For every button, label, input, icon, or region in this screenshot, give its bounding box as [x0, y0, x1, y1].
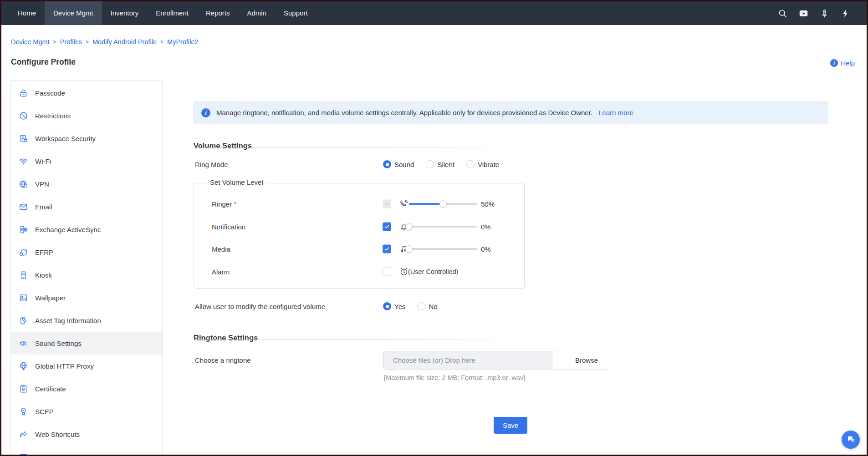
- file-hint: [Maximum file size: 2 MB; Format: .mp3 o…: [384, 374, 525, 381]
- restrictions-icon: [19, 111, 28, 121]
- nav-tab-device-mgmt[interactable]: Device Mgmt: [45, 1, 102, 25]
- sidebar-item-label: VPN: [35, 180, 49, 188]
- nav-tab-label: Inventory: [111, 9, 139, 17]
- breadcrumb-link-device-mgmt[interactable]: Device Mgmt: [11, 38, 50, 46]
- sound-settings-panel: Manage ringtone, notification, and media…: [163, 65, 867, 444]
- breadcrumb-separator: >: [53, 39, 56, 45]
- slider-handle[interactable]: [439, 200, 447, 208]
- exchange-activesync-icon: [19, 225, 28, 234]
- choose-ringtone-label: Choose a ringtone: [195, 356, 251, 364]
- checkbox-media[interactable]: [383, 245, 391, 253]
- email-icon: [19, 202, 28, 212]
- volume-slider-notification[interactable]: [409, 226, 477, 228]
- sidebar-item-passcode[interactable]: Passcode: [11, 81, 162, 104]
- sidebar-item-label: Certificate: [35, 385, 66, 393]
- kiosk-icon: [19, 270, 28, 280]
- checkbox-alarm[interactable]: [383, 268, 391, 276]
- nav-tab-admin[interactable]: Admin: [238, 1, 275, 25]
- ring-mode-radio-sound[interactable]: [383, 160, 391, 168]
- slider-handle[interactable]: [405, 223, 413, 230]
- volume-slider-media[interactable]: [409, 248, 477, 250]
- section-divider: [194, 147, 522, 147]
- alarm-icon: [399, 267, 409, 277]
- nav-tab-inventory[interactable]: Inventory: [102, 1, 148, 25]
- checkbox-notification[interactable]: [383, 223, 391, 231]
- breadcrumb: Device Mgmt>Profiles>Modify Android Prof…: [11, 38, 199, 46]
- learn-more-link[interactable]: Learn more: [598, 109, 633, 117]
- sidebar-item-label: Global HTTP Proxy: [35, 362, 94, 370]
- efrp-icon: [19, 248, 28, 257]
- volume-row-notification: Notification0%: [194, 218, 524, 235]
- radio-label: Vibrate: [478, 161, 499, 168]
- web-content-filter-icon: [19, 452, 28, 456]
- browse-button[interactable]: Browse: [552, 351, 609, 370]
- info-circle-icon: [201, 108, 210, 117]
- sidebar-item-restrictions[interactable]: Restrictions: [11, 104, 162, 127]
- sidebar-item-workspace-security[interactable]: Workspace Security: [11, 127, 162, 150]
- search-icon[interactable]: [778, 9, 787, 18]
- nav-tab-home[interactable]: Home: [9, 1, 45, 25]
- vpn-icon: [19, 179, 28, 189]
- video-icon[interactable]: [799, 9, 808, 18]
- lightning-icon[interactable]: [841, 9, 850, 18]
- nav-tab-enrollment[interactable]: Enrollment: [147, 1, 197, 25]
- sidebar-item-label: Kiosk: [35, 271, 52, 279]
- slider-handle[interactable]: [405, 245, 413, 253]
- volume-row-label: Ringer*: [212, 200, 236, 208]
- nav-tabs: HomeDevice MgmtInventoryEnrollmentReport…: [9, 1, 317, 25]
- volume-settings-heading: Volume Settings: [194, 142, 252, 150]
- sidebar-item-sound-settings[interactable]: Sound Settings: [11, 332, 162, 355]
- nav-tab-label: Home: [18, 9, 36, 17]
- ring-mode-option-vibrate[interactable]: Vibrate: [466, 160, 499, 168]
- sidebar-item-vpn[interactable]: VPN: [11, 172, 162, 195]
- checkbox-ringer: [383, 200, 391, 208]
- sidebar-item-global-http-proxy[interactable]: Global HTTP Proxy: [11, 355, 162, 377]
- ring-mode-radio-silent[interactable]: [426, 160, 434, 168]
- sidebar-item-web-content-filter[interactable]: Web Content Filter: [11, 446, 162, 456]
- sidebar-item-certificate[interactable]: Certificate: [11, 377, 162, 400]
- sidebar-item-label: Sound Settings: [35, 339, 82, 347]
- sidebar-item-efrp[interactable]: EFRP: [11, 241, 162, 263]
- breadcrumb-link-modify-android-profile[interactable]: Modify Android Profile: [92, 38, 157, 46]
- sidebar-item-email[interactable]: Email: [11, 195, 162, 218]
- sidebar-item-wi-fi[interactable]: Wi-Fi: [11, 150, 162, 172]
- chat-support-button[interactable]: [842, 431, 860, 449]
- sidebar-item-exchange-activesync[interactable]: Exchange ActiveSync: [11, 218, 162, 241]
- ring-mode-radio-vibrate[interactable]: [466, 160, 475, 168]
- sidebar-item-asset-tag-information[interactable]: Asset Tag Information: [11, 309, 162, 332]
- set-volume-level-legend: Set Volume Level: [206, 178, 267, 186]
- sidebar-item-wallpaper[interactable]: Wallpaper: [11, 286, 162, 309]
- sidebar-item-label: Wallpaper: [35, 294, 66, 302]
- ring-mode-option-sound[interactable]: Sound: [383, 160, 414, 168]
- ring-mode-option-silent[interactable]: Silent: [426, 160, 454, 168]
- ringtone-file-dropzone[interactable]: Choose files (or) Drop here: [383, 351, 552, 370]
- breadcrumb-link-profiles[interactable]: Profiles: [60, 38, 82, 46]
- radio-label: No: [429, 303, 437, 310]
- save-button[interactable]: Save: [494, 417, 527, 434]
- allow-modify-option-no[interactable]: No: [417, 302, 437, 310]
- sidebar-item-scep[interactable]: SCEP: [11, 400, 162, 423]
- page-title: Configure Profile: [11, 57, 76, 67]
- nav-tab-reports[interactable]: Reports: [197, 1, 239, 25]
- info-banner: Manage ringtone, notification, and media…: [193, 101, 828, 124]
- nav-tab-label: Admin: [247, 9, 266, 17]
- sidebar-item-label: Email: [35, 203, 52, 211]
- allow-modify-radio-no[interactable]: [417, 302, 425, 310]
- upload-icon: [563, 356, 571, 364]
- breadcrumb-link-myprofile2[interactable]: MyProfile2: [167, 38, 199, 46]
- nav-tab-support[interactable]: Support: [275, 1, 317, 25]
- profile-sections-sidebar: PasscodeRestrictionsWorkspace SecurityWi…: [10, 80, 163, 456]
- sidebar-item-kiosk[interactable]: Kiosk: [11, 263, 162, 286]
- user-controlled-note: (User Controlled): [408, 268, 458, 275]
- allow-modify-radio-yes[interactable]: [383, 302, 391, 310]
- sidebar-item-label: Asset Tag Information: [35, 317, 101, 324]
- allow-modify-label: Allow user to modify the configured volu…: [195, 303, 383, 310]
- volume-slider-ringer[interactable]: [409, 203, 477, 205]
- volume-row-label: Alarm: [212, 268, 230, 276]
- sidebar-item-web-shortcuts[interactable]: Web Shortcuts: [11, 423, 162, 446]
- allow-modify-options: YesNo: [383, 302, 438, 310]
- allow-modify-option-yes[interactable]: Yes: [383, 302, 405, 310]
- sidebar-item-label: SCEP: [35, 408, 54, 415]
- volume-percent: 50%: [481, 200, 495, 208]
- rocket-icon[interactable]: [820, 9, 829, 18]
